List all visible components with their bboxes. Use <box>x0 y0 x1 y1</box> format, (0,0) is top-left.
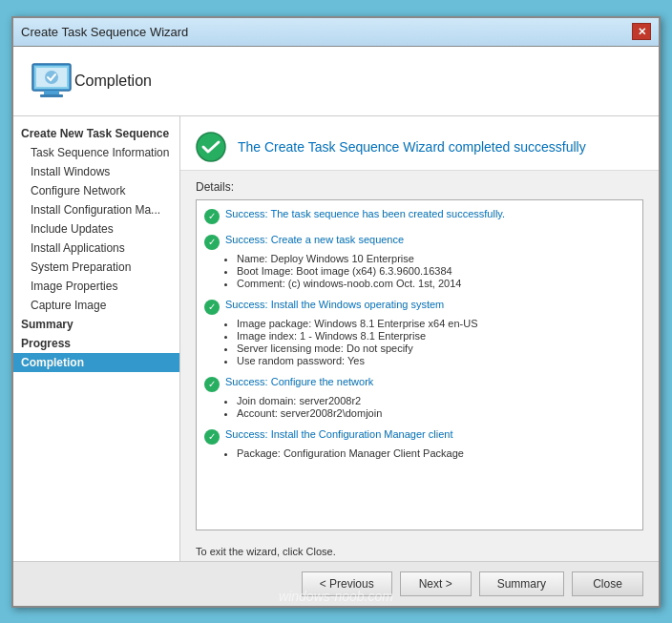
sidebar-item-install-applications[interactable]: Install Applications <box>13 239 179 258</box>
check-icon: ✓ <box>204 235 220 250</box>
detail-bullet: Server licensing mode: Do not specify <box>237 343 635 354</box>
close-window-button[interactable]: ✕ <box>632 23 651 40</box>
button-bar: < Previous Next > Summary Close <box>13 561 659 606</box>
svg-rect-3 <box>40 94 63 97</box>
sidebar: Create New Task SequenceTask Sequence In… <box>13 116 180 561</box>
sidebar-item-configure-network[interactable]: Configure Network <box>13 181 179 200</box>
next-button[interactable]: Next > <box>400 571 472 596</box>
svg-point-6 <box>197 133 225 161</box>
sidebar-item-include-updates[interactable]: Include Updates <box>13 219 179 239</box>
svg-rect-2 <box>44 91 59 94</box>
detail-entry-entry4: ✓Success: Configure the networkJoin doma… <box>204 376 635 419</box>
detail-entry-entry3: ✓Success: Install the Windows operating … <box>204 299 635 366</box>
detail-bullet: Package: Configuration Manager Client Pa… <box>237 447 635 459</box>
sidebar-item-capture-image[interactable]: Capture Image <box>13 296 179 315</box>
details-label: Details: <box>196 180 643 194</box>
detail-success-entry5: ✓Success: Install the Configuration Mana… <box>204 428 635 445</box>
detail-success-entry4: ✓Success: Configure the network <box>204 376 635 392</box>
detail-success-entry2: ✓Success: Create a new task sequence <box>204 234 635 250</box>
success-banner: The Create Task Sequence Wizard complete… <box>180 116 659 171</box>
detail-entry-entry1: ✓Success: The task sequence has been cre… <box>204 208 635 224</box>
detail-success-text: Success: Install the Windows operating s… <box>225 299 444 310</box>
check-icon: ✓ <box>204 300 220 315</box>
detail-bullet: Name: Deploy Windows 10 Enterprise <box>237 253 635 264</box>
check-icon: ✓ <box>204 429 220 445</box>
detail-bullets: Name: Deploy Windows 10 EnterpriseBoot I… <box>225 253 635 289</box>
detail-bullets: Image package: Windows 8.1 Enterprise x6… <box>225 318 635 366</box>
computer-icon <box>29 58 74 104</box>
previous-button[interactable]: < Previous <box>302 571 392 596</box>
sidebar-item-system-preparation[interactable]: System Preparation <box>13 258 179 277</box>
detail-success-text: Success: Create a new task sequence <box>225 234 404 245</box>
header-bar: Completion <box>13 47 659 116</box>
footer-note: To exit the wizard, click Close. <box>180 540 659 561</box>
sidebar-item-summary[interactable]: Summary <box>13 315 179 334</box>
sidebar-item-progress[interactable]: Progress <box>13 334 179 353</box>
header-title: Completion <box>74 73 152 90</box>
details-section: Details: ✓Success: The task sequence has… <box>180 171 659 540</box>
content-area: Create New Task SequenceTask Sequence In… <box>13 116 659 561</box>
detail-success-text: Success: Configure the network <box>225 376 373 387</box>
detail-bullets: Join domain: server2008r2Account: server… <box>225 395 635 419</box>
detail-success-text: Success: The task sequence has been crea… <box>225 208 505 219</box>
detail-bullet: Use random password: Yes <box>237 355 635 366</box>
check-icon: ✓ <box>204 377 220 392</box>
sidebar-item-install-windows[interactable]: Install Windows <box>13 162 179 181</box>
sidebar-item-task-sequence-information[interactable]: Task Sequence Information <box>13 143 179 162</box>
details-box[interactable]: ✓Success: The task sequence has been cre… <box>196 199 643 530</box>
wizard-window: Create Task Sequence Wizard ✕ Completion… <box>11 16 661 608</box>
success-message: The Create Task Sequence Wizard complete… <box>238 139 586 155</box>
detail-bullet: Join domain: server2008r2 <box>237 395 635 406</box>
sidebar-item-install-configuration-manager[interactable]: Install Configuration Ma... <box>13 200 179 219</box>
summary-button[interactable]: Summary <box>479 571 564 596</box>
sidebar-item-create-new-task-sequence[interactable]: Create New Task Sequence <box>13 124 179 143</box>
check-icon: ✓ <box>204 209 220 224</box>
detail-bullet: Boot Image: Boot image (x64) 6.3.9600.16… <box>237 265 635 277</box>
detail-success-entry3: ✓Success: Install the Windows operating … <box>204 299 635 315</box>
detail-bullet: Comment: (c) windows-noob.com Oct. 1st, … <box>237 278 635 289</box>
main-content: The Create Task Sequence Wizard complete… <box>180 116 659 561</box>
window-title: Create Task Sequence Wizard <box>21 25 188 39</box>
sidebar-item-completion[interactable]: Completion <box>13 353 179 372</box>
detail-bullet: Account: server2008r2\domjoin <box>237 407 635 419</box>
detail-bullet: Image package: Windows 8.1 Enterprise x6… <box>237 318 635 329</box>
close-button[interactable]: Close <box>572 571 643 596</box>
title-bar: Create Task Sequence Wizard ✕ <box>13 18 659 47</box>
detail-success-entry1: ✓Success: The task sequence has been cre… <box>204 208 635 224</box>
sidebar-item-image-properties[interactable]: Image Properties <box>13 277 179 296</box>
detail-entry-entry5: ✓Success: Install the Configuration Mana… <box>204 428 635 459</box>
success-icon <box>196 132 226 162</box>
detail-bullets: Package: Configuration Manager Client Pa… <box>225 447 635 459</box>
detail-bullet: Image index: 1 - Windows 8.1 Enterprise <box>237 330 635 342</box>
detail-entry-entry2: ✓Success: Create a new task sequenceName… <box>204 234 635 289</box>
detail-success-text: Success: Install the Configuration Manag… <box>225 428 452 440</box>
